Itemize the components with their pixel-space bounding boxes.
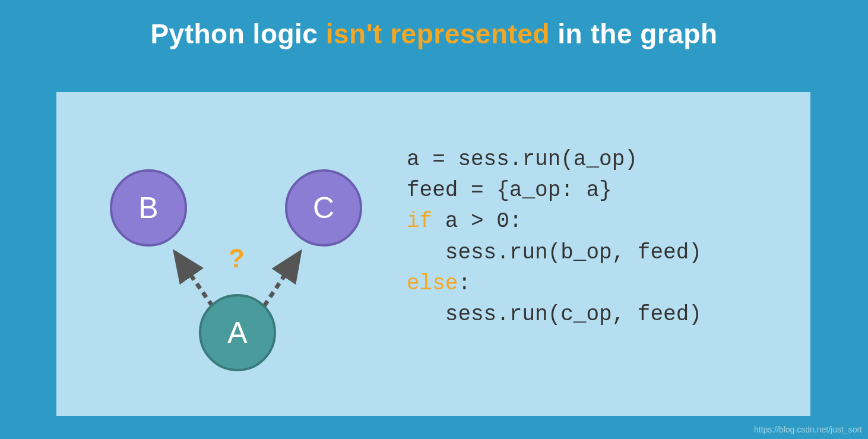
graph-diagram: B C A ? xyxy=(80,128,389,383)
code-line-3-rest: a > 0: xyxy=(432,209,522,233)
code-keyword-if: if xyxy=(407,209,432,233)
code-block: a = sess.run(a_op) feed = {a_op: a} if a… xyxy=(407,144,702,330)
title-highlight: isn't represented xyxy=(326,18,550,49)
code-keyword-else: else xyxy=(407,271,458,296)
code-line-6: sess.run(c_op, feed) xyxy=(407,302,702,327)
slide-title: Python logic isn't represented in the gr… xyxy=(0,0,868,50)
code-line-5-rest: : xyxy=(458,271,471,296)
code-line-1: a = sess.run(a_op) xyxy=(407,147,638,172)
node-b-label: B xyxy=(138,191,158,225)
code-line-4: sess.run(b_op, feed) xyxy=(407,241,702,265)
node-b: B xyxy=(110,169,187,247)
node-c: C xyxy=(285,169,362,247)
question-mark: ? xyxy=(229,244,245,273)
title-part1: Python logic xyxy=(150,18,325,49)
content-panel: B C A ? a = sess.run(a_op) feed = {a_op:… xyxy=(56,92,810,416)
node-a-label: A xyxy=(227,315,247,350)
node-a: A xyxy=(199,294,276,371)
code-line-2: feed = {a_op: a} xyxy=(407,178,612,203)
watermark: https://blog.csdn.net/just_sort xyxy=(754,425,862,434)
node-c-label: C xyxy=(313,191,334,225)
title-part2: in the graph xyxy=(550,18,718,49)
